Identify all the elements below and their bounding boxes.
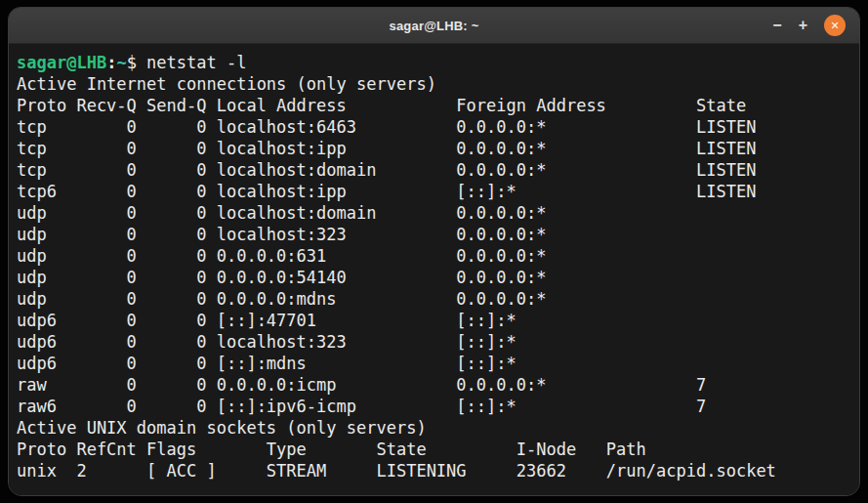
maximize-button[interactable]: + bbox=[799, 18, 807, 33]
terminal-output-line: udp6 0 0 [::]:mdns [::]:* bbox=[17, 353, 853, 374]
terminal-output-line: tcp6 0 0 localhost:ipp [::]:* LISTEN bbox=[17, 181, 853, 202]
terminal-output-line: Proto RefCnt Flags Type State I-Node Pat… bbox=[17, 439, 853, 460]
terminal-output-line: Active UNIX domain sockets (only servers… bbox=[17, 417, 853, 439]
terminal-output-line: udp 0 0 localhost:domain 0.0.0.0:* bbox=[17, 202, 853, 224]
prompt-line: sagar@LHB:~$ netstat -l bbox=[17, 52, 853, 73]
close-icon: ✕ bbox=[830, 20, 839, 30]
terminal-output-line: raw6 0 0 [::]:ipv6-icmp [::]:* 7 bbox=[17, 396, 853, 417]
terminal-output: Active Internet connections (only server… bbox=[17, 73, 853, 482]
prompt-symbol: $ bbox=[127, 53, 137, 72]
minimize-button[interactable]: − bbox=[772, 18, 781, 33]
terminal-output-line: udp6 0 0 localhost:323 [::]:* bbox=[17, 331, 853, 353]
terminal-output-line: udp 0 0 0.0.0.0:631 0.0.0.0:* bbox=[17, 245, 853, 267]
window-title: sagar@LHB: ~ bbox=[389, 19, 478, 33]
terminal-output-line: udp 0 0 localhost:323 0.0.0.0:* bbox=[17, 224, 853, 245]
terminal-output-line: tcp 0 0 localhost:ipp 0.0.0.0:* LISTEN bbox=[17, 138, 853, 159]
terminal-screen[interactable]: sagar@LHB:~$ netstat -l Active Internet … bbox=[9, 44, 859, 495]
titlebar[interactable]: sagar@LHB: ~ − + ✕ bbox=[9, 8, 859, 44]
terminal-output-line: unix 2 [ ACC ] STREAM LISTENING 23662 /r… bbox=[17, 460, 853, 482]
command-text: netstat -l bbox=[137, 53, 247, 72]
prompt-user-host: sagar@LHB bbox=[17, 53, 106, 72]
terminal-window: sagar@LHB: ~ − + ✕ sagar@LHB:~$ netstat … bbox=[8, 7, 860, 496]
terminal-output-line: Active Internet connections (only server… bbox=[17, 73, 853, 95]
terminal-output-line: tcp 0 0 localhost:6463 0.0.0.0:* LISTEN bbox=[17, 116, 853, 138]
terminal-output-line: raw 0 0 0.0.0.0:icmp 0.0.0.0:* 7 bbox=[17, 374, 853, 396]
window-controls: − + ✕ bbox=[772, 8, 846, 43]
prompt-separator: : bbox=[106, 53, 116, 72]
prompt-path: ~ bbox=[116, 53, 126, 72]
terminal-output-line: udp 0 0 0.0.0.0:54140 0.0.0.0:* bbox=[17, 267, 853, 288]
terminal-output-line: udp 0 0 0.0.0.0:mdns 0.0.0.0:* bbox=[17, 288, 853, 310]
terminal-output-line: Proto Recv-Q Send-Q Local Address Foreig… bbox=[17, 95, 853, 116]
terminal-output-line: tcp 0 0 localhost:domain 0.0.0.0:* LISTE… bbox=[17, 159, 853, 181]
terminal-output-line: udp6 0 0 [::]:47701 [::]:* bbox=[17, 310, 853, 331]
close-button[interactable]: ✕ bbox=[824, 15, 846, 36]
